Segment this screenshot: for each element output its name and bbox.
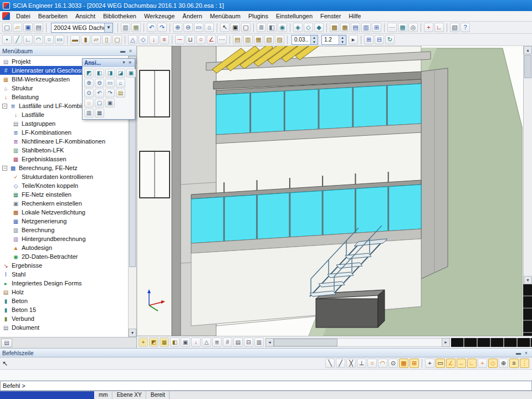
clip-box-icon[interactable]: ▢ — [95, 99, 104, 108]
column-icon[interactable]: ▮ — [81, 35, 90, 44]
window-output-icon[interactable]: ▧ — [264, 35, 274, 44]
menu-men-baum[interactable]: Menübaum — [206, 12, 244, 21]
spin-up-icon[interactable]: ▲ — [339, 35, 346, 40]
view-direction-z-icon[interactable]: ◆ — [314, 23, 324, 32]
scrollbar-track[interactable] — [274, 338, 442, 347]
polyline-icon[interactable]: ∟ — [23, 35, 33, 44]
scroll-up-icon[interactable]: ▲ — [524, 46, 532, 54]
vp-supports-icon[interactable]: △ — [202, 337, 211, 347]
zoom-all-icon[interactable]: ⌂ — [116, 79, 125, 88]
view-custom-icon[interactable]: ▣ — [126, 69, 136, 78]
command-history[interactable] — [0, 370, 532, 381]
vp-layers-icon[interactable]: ▤ — [233, 337, 243, 347]
tree-teile-knoten-koppeln[interactable]: ◇Teile/Knoten koppeln — [0, 181, 127, 190]
tree-stahlbeton-lfk[interactable]: ▥Stahlbeton-LFK — [0, 146, 127, 155]
snap-circle-icon[interactable]: ○ — [367, 359, 377, 368]
line-icon[interactable]: ╱ — [13, 35, 22, 44]
view-xz-icon[interactable]: ◨ — [105, 69, 115, 78]
scale-spinner[interactable]: 0.03.. ▲▼ — [291, 35, 318, 45]
layers-icon[interactable]: ≣ — [257, 23, 266, 32]
property-panel-icon[interactable]: ▥ — [361, 23, 371, 32]
menu-ansicht[interactable]: Ansicht — [71, 12, 99, 21]
rectangle-icon[interactable]: ▭ — [55, 35, 64, 44]
unselect-icon[interactable]: ▢ — [241, 23, 250, 32]
scale-apply-icon[interactable]: ▸ — [349, 35, 358, 44]
select-rectangle-icon[interactable]: ▭ — [436, 359, 445, 368]
tree-beton[interactable]: ▮Beton — [0, 296, 127, 305]
calculator-icon[interactable]: ⊞ — [372, 23, 381, 32]
open-project-icon[interactable]: ▱ — [13, 23, 22, 32]
print-icon[interactable]: ▤ — [34, 23, 43, 32]
settings-icon[interactable]: ▧ — [450, 23, 459, 32]
font-increase-icon[interactable]: ⊞ — [364, 35, 374, 44]
tree-lf-kombinationen[interactable]: ≣LF-Kombinationen — [0, 128, 127, 137]
vp-parameters-icon[interactable]: ▥ — [254, 337, 264, 347]
zoom-window-icon[interactable]: ▭ — [194, 23, 203, 32]
view-next-icon[interactable]: ↷ — [105, 89, 115, 98]
view-axonometric-icon[interactable]: ◩ — [84, 69, 94, 78]
hinge-icon[interactable]: ◇ — [139, 35, 148, 44]
tree-lokale-netzverdichtung[interactable]: ▩Lokale Netzverdichtung — [0, 208, 127, 217]
chevron-down-icon[interactable]: ▾ — [121, 60, 127, 66]
tree-collapse-icon[interactable]: − — [2, 104, 7, 109]
vp-coordinate-icon[interactable]: + — [139, 337, 148, 347]
tree-ergebnisklassen[interactable]: ▦Ergebnisklassen — [0, 155, 127, 163]
undo-icon[interactable]: ↶ — [147, 23, 156, 32]
vp-loads-icon[interactable]: ↓ — [191, 337, 201, 347]
scroll-left-icon[interactable]: ◄ — [265, 338, 274, 347]
circle-icon[interactable]: ○ — [44, 35, 54, 44]
tree-beton-15[interactable]: ▮Beton 15 — [0, 305, 127, 314]
snap-length-icon[interactable]: ↔ — [457, 359, 466, 368]
tree-collapse-icon[interactable]: − — [2, 166, 7, 171]
menu-bibliotheken[interactable]: Bibliotheken — [99, 12, 140, 21]
snap-intersection-icon[interactable]: ╳ — [346, 359, 356, 368]
vp-numbering-icon[interactable]: # — [223, 337, 232, 347]
opening-icon[interactable]: ▢ — [112, 35, 122, 44]
tree-autodesign[interactable]: ▲Autodesign — [0, 243, 127, 252]
model-viewport[interactable]: ▲ ▼ +◩▦◧▣↓△≣#▤⊟▥ ◄ ► — [137, 46, 532, 348]
new-project-icon[interactable]: ▢ — [2, 23, 12, 32]
view-save-icon[interactable]: ▤ — [116, 89, 125, 98]
tree-lastgruppen[interactable]: ▤Lastgruppen — [0, 119, 127, 128]
point-load-icon[interactable]: ↓ — [149, 35, 158, 44]
paste-icon[interactable]: ▦ — [131, 23, 141, 32]
scroll-right-icon[interactable]: ► — [442, 338, 450, 347]
visibility-icon[interactable]: ◉ — [278, 23, 287, 32]
view-palette-caption[interactable]: Ansi... ▾ × — [83, 59, 135, 67]
dock-tab[interactable]: ▤ — [1, 339, 12, 347]
snap-point-icon[interactable]: ⊙ — [388, 359, 398, 368]
view-xy-icon[interactable]: ◧ — [95, 69, 104, 78]
tree-2d-daten-betrachter[interactable]: ◉2D-Daten-Betrachter — [0, 252, 127, 261]
menu-fenster[interactable]: Fenster — [316, 12, 345, 21]
vp-perspective-icon[interactable]: ◩ — [149, 337, 158, 347]
coordinates-display-icon[interactable]: ≡ — [509, 359, 519, 368]
coordinates-icon[interactable]: + — [424, 23, 433, 32]
line-load-icon[interactable]: ≡ — [160, 35, 169, 44]
vp-render-icon[interactable]: ▦ — [160, 337, 169, 347]
render-mode-icon[interactable]: ▩ — [330, 23, 339, 32]
snap-settings-icon[interactable]: ◎ — [408, 23, 418, 32]
snap-angle-icon[interactable]: ∠ — [446, 359, 456, 368]
zoom-selection-icon[interactable]: ⊙ — [84, 89, 94, 98]
vp-shrink-icon[interactable]: ▣ — [181, 337, 190, 347]
zoom-window-icon[interactable]: ▭ — [105, 79, 115, 88]
snap-orthogonal-icon[interactable]: ⊥ — [357, 359, 366, 368]
zoom-out-icon[interactable]: ⊖ — [183, 23, 193, 32]
document-system-icon[interactable] — [2, 12, 10, 20]
tree-integriertes-design-forms[interactable]: ▸Integriertes Design Forms — [0, 279, 127, 288]
wall-icon[interactable]: ▯ — [102, 35, 111, 44]
factor-spinner[interactable]: 1.2 ▲▼ — [321, 35, 346, 45]
close-icon[interactable]: × — [127, 60, 133, 66]
section-cut-icon[interactable]: ⊔ — [186, 35, 195, 44]
spinner-arrows[interactable]: ▲▼ — [339, 35, 346, 44]
table-input-icon[interactable]: ▤ — [351, 23, 360, 32]
window-properties-icon[interactable]: ▤ — [233, 35, 242, 44]
select-by-property-icon[interactable]: ▣ — [231, 23, 240, 32]
angle-dimension-icon[interactable]: ∠ — [207, 35, 216, 44]
save-icon[interactable]: ▣ — [23, 23, 33, 32]
scrollbar-thumb[interactable] — [274, 339, 337, 346]
snap-endpoint-icon[interactable]: ╱ — [336, 359, 345, 368]
ortho-mode-icon[interactable]: ∟ — [467, 359, 477, 368]
zoom-out-icon[interactable]: ⊖ — [95, 79, 104, 88]
spin-down-icon[interactable]: ▼ — [311, 40, 318, 44]
